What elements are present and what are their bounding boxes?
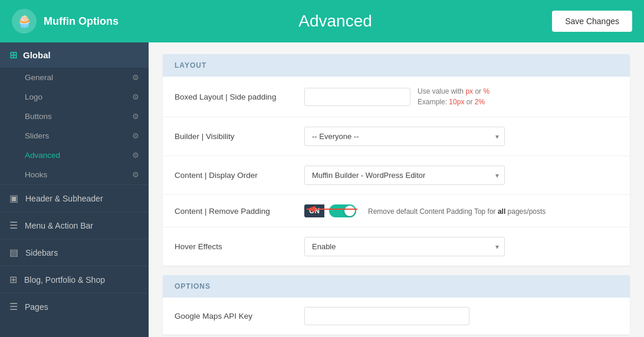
pages-icon: ☰ bbox=[9, 301, 18, 312]
sidebar-label-general: General bbox=[25, 73, 53, 82]
remove-padding-toggle[interactable] bbox=[329, 204, 356, 217]
content-area: LAYOUT Boxed Layout | Side padding Use v… bbox=[149, 42, 644, 337]
toggle-wrap: ON bbox=[304, 204, 356, 217]
options-section: OPTIONS Google Maps API Key bbox=[163, 275, 630, 335]
builder-visibility-control: -- Everyone -- Logged In Logged Out ▾ bbox=[304, 127, 618, 146]
gear-icon-general: ⚙ bbox=[132, 73, 139, 82]
app-title: Muffin Options bbox=[44, 15, 119, 28]
page-title: Advanced bbox=[298, 12, 372, 31]
boxed-layout-control: Use value with px or % Example: 10px or … bbox=[304, 86, 618, 107]
content-remove-padding-label: Content | Remove Padding bbox=[175, 207, 304, 216]
content-display-order-row: Content | Display Order Muffin Builder -… bbox=[163, 156, 630, 195]
sidebar-sub-item-hooks[interactable]: Hooks ⚙ bbox=[0, 165, 149, 184]
sidebar-label-buttons: Buttons bbox=[25, 112, 52, 121]
sidebar-item-pages[interactable]: ☰ Pages bbox=[0, 293, 149, 320]
sidebar-sub-item-sliders[interactable]: Sliders ⚙ bbox=[0, 126, 149, 146]
builder-visibility-select[interactable]: -- Everyone -- Logged In Logged Out bbox=[304, 127, 505, 146]
sidebar-label-logo: Logo bbox=[25, 92, 42, 101]
sidebars-icon: ▤ bbox=[9, 247, 18, 258]
google-maps-api-input[interactable] bbox=[304, 307, 469, 325]
blog-icon: ⊞ bbox=[9, 274, 17, 285]
gear-icon-sliders: ⚙ bbox=[132, 131, 139, 140]
gear-icon-buttons: ⚙ bbox=[132, 112, 139, 121]
sidebar-item-blog-portfolio[interactable]: ⊞ Blog, Portfolio & Shop bbox=[0, 266, 149, 293]
arrow-container: Remove default Content Padding Top for a… bbox=[363, 206, 546, 216]
menu-icon: ☰ bbox=[9, 220, 18, 231]
boxed-layout-input[interactable] bbox=[304, 88, 410, 106]
hint-2percent: 2% bbox=[475, 98, 485, 106]
sidebar-item-header-subheader[interactable]: ▣ Header & Subheader bbox=[0, 184, 149, 212]
hint-px: px bbox=[465, 87, 473, 95]
hover-effects-row: Hover Effects Enable Disable ▾ bbox=[163, 227, 630, 266]
hover-effects-control: Enable Disable ▾ bbox=[304, 237, 618, 256]
sidebar-section-global[interactable]: ⊞ Global bbox=[0, 42, 149, 68]
global-icon: ⊞ bbox=[9, 49, 17, 61]
builder-visibility-select-wrap: -- Everyone -- Logged In Logged Out ▾ bbox=[304, 127, 505, 146]
header-left: 🧁 Muffin Options bbox=[12, 9, 119, 34]
sidebar-label-menu: Menu & Action Bar bbox=[25, 221, 93, 230]
layout-section: LAYOUT Boxed Layout | Side padding Use v… bbox=[163, 54, 630, 266]
sidebar-sub-item-general[interactable]: General ⚙ bbox=[0, 68, 149, 87]
layout-section-header: LAYOUT bbox=[163, 54, 630, 77]
sidebar-label-advanced: Advanced bbox=[25, 151, 60, 160]
gear-icon-logo: ⚙ bbox=[132, 92, 139, 101]
google-maps-api-row: Google Maps API Key bbox=[163, 298, 630, 335]
app-logo: 🧁 bbox=[12, 9, 37, 34]
google-maps-api-label: Google Maps API Key bbox=[175, 312, 304, 321]
gear-icon-hooks: ⚙ bbox=[132, 170, 139, 179]
content-remove-padding-control: ON bbox=[304, 204, 618, 217]
sidebar-label-header: Header & Subheader bbox=[25, 194, 103, 203]
content-display-select-wrap: Muffin Builder - WordPress Editor WordPr… bbox=[304, 166, 505, 185]
toggle-thumb bbox=[344, 206, 355, 216]
remove-padding-hint: Remove default Content Padding Top for a… bbox=[368, 207, 546, 216]
content-display-order-select[interactable]: Muffin Builder - WordPress Editor WordPr… bbox=[304, 166, 505, 185]
boxed-layout-label: Boxed Layout | Side padding bbox=[175, 92, 304, 101]
sidebar-sub-item-logo[interactable]: Logo ⚙ bbox=[0, 87, 149, 107]
save-button[interactable]: Save Changes bbox=[552, 11, 632, 32]
sidebar-item-menu-action-bar[interactable]: ☰ Menu & Action Bar bbox=[0, 212, 149, 239]
sidebar-label-hooks: Hooks bbox=[25, 170, 47, 179]
sidebar-label-sidebars: Sidebars bbox=[25, 248, 58, 257]
options-section-header: OPTIONS bbox=[163, 275, 630, 298]
boxed-layout-hint: Use value with px or % Example: 10px or … bbox=[418, 86, 489, 107]
builder-visibility-label: Builder | Visibility bbox=[175, 132, 304, 141]
sidebar-item-sidebars[interactable]: ▤ Sidebars bbox=[0, 239, 149, 266]
header-icon: ▣ bbox=[9, 193, 18, 204]
hover-effects-label: Hover Effects bbox=[175, 242, 304, 251]
toggle-track bbox=[329, 204, 356, 217]
content-display-order-control: Muffin Builder - WordPress Editor WordPr… bbox=[304, 166, 618, 185]
hint-percent: % bbox=[483, 87, 489, 95]
builder-visibility-row: Builder | Visibility -- Everyone -- Logg… bbox=[163, 117, 630, 156]
toggle-on-label: ON bbox=[304, 204, 324, 217]
hover-effects-select[interactable]: Enable Disable bbox=[304, 237, 505, 256]
boxed-layout-row: Boxed Layout | Side padding Use value wi… bbox=[163, 77, 630, 117]
main-layout: ⊞ Global General ⚙ Logo ⚙ Buttons ⚙ Slid… bbox=[0, 42, 644, 337]
hover-effects-select-wrap: Enable Disable ▾ bbox=[304, 237, 505, 256]
sidebar-label-sliders: Sliders bbox=[25, 131, 49, 140]
sidebar-sub-item-advanced[interactable]: Advanced ⚙ bbox=[0, 146, 149, 165]
content-remove-padding-row: Content | Remove Padding ON bbox=[163, 195, 630, 227]
sidebar-label-blog: Blog, Portfolio & Shop bbox=[24, 275, 105, 285]
sidebar-label-pages: Pages bbox=[25, 302, 48, 312]
sidebar-global-label: Global bbox=[23, 50, 51, 60]
app-header: 🧁 Muffin Options Advanced Save Changes bbox=[0, 0, 644, 42]
gear-icon-advanced: ⚙ bbox=[132, 151, 139, 160]
sidebar-sub-item-buttons[interactable]: Buttons ⚙ bbox=[0, 107, 149, 126]
sidebar: ⊞ Global General ⚙ Logo ⚙ Buttons ⚙ Slid… bbox=[0, 42, 149, 337]
content-display-order-label: Content | Display Order bbox=[175, 171, 304, 180]
hint-10px: 10px bbox=[449, 98, 464, 106]
google-maps-api-control bbox=[304, 307, 618, 325]
hint-all: all bbox=[498, 207, 505, 216]
